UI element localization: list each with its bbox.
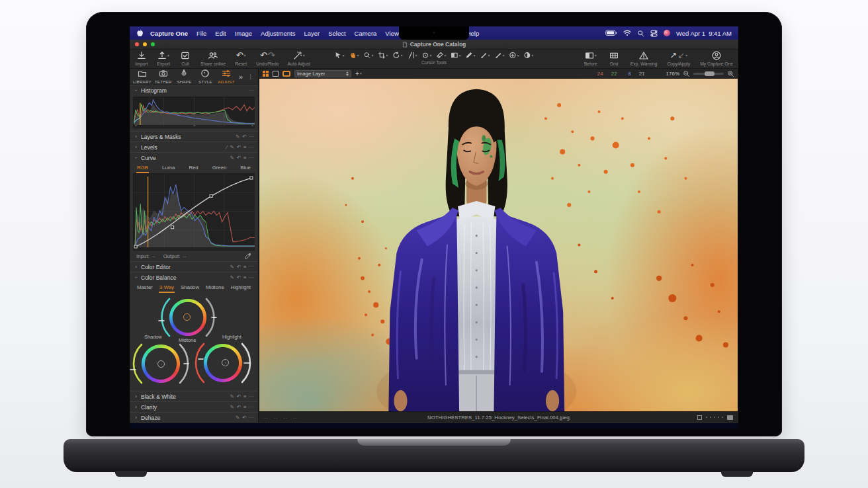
curve-editor-chart[interactable]: [133, 173, 255, 251]
curve-tab-rgb[interactable]: RGB: [136, 163, 149, 173]
zoom-slider[interactable]: [693, 73, 724, 75]
disclosure-icon[interactable]: ›: [134, 144, 138, 150]
disclosure-icon[interactable]: ›: [133, 275, 139, 280]
variant-dots-icon[interactable]: [706, 417, 723, 418]
disclosure-icon[interactable]: ›: [133, 155, 139, 160]
highlight-wheel-handle[interactable]: [222, 359, 229, 366]
curve-tab-red[interactable]: Red: [188, 163, 198, 173]
proof-view-icon[interactable]: [282, 71, 290, 77]
picker-icon[interactable]: ∕: [226, 145, 227, 150]
menu-item-select[interactable]: Select: [328, 30, 345, 37]
cb-tab-master[interactable]: Master: [136, 283, 153, 293]
gradient-mask-tool[interactable]: ▾: [451, 52, 461, 59]
panel-color-balance-header[interactable]: › Color Balance ✎ ↶ ≡ ···: [130, 272, 258, 282]
control-center-icon[interactable]: [650, 30, 658, 37]
more-icon[interactable]: ···: [249, 394, 255, 399]
battery-icon[interactable]: [605, 30, 617, 36]
auto-adjust-button[interactable]: ▾ Auto Adjust: [288, 51, 310, 66]
eyedropper-icon[interactable]: [245, 253, 251, 259]
tab-shape[interactable]: SHAPE: [175, 69, 195, 84]
presets-icon[interactable]: ≡: [243, 275, 246, 280]
rotate-tool[interactable]: ▾: [392, 52, 402, 59]
reset-icon[interactable]: ↶: [237, 145, 241, 150]
white-balance-picker-tool[interactable]: ▾: [524, 52, 534, 59]
loupe-tool[interactable]: ▾: [363, 52, 373, 59]
apple-menu-icon[interactable]: [136, 29, 144, 38]
cb-tab-midtone[interactable]: Midtone: [205, 283, 225, 293]
more-icon[interactable]: ···: [249, 145, 255, 150]
minimize-button[interactable]: [143, 42, 147, 46]
copy-adjustments-icon[interactable]: ✎: [230, 275, 234, 280]
disclosure-icon[interactable]: ›: [133, 88, 139, 93]
panel-color-editor-header[interactable]: › Color Editor ✎ ↶ ≡ ···: [130, 261, 258, 272]
undo-redo-button[interactable]: ↶↷ Undo/Redo: [256, 51, 279, 66]
menu-item-layer[interactable]: Layer: [304, 30, 320, 37]
reset-icon[interactable]: ↶: [237, 394, 241, 399]
select-tool[interactable]: ▾: [334, 52, 344, 59]
cull-button[interactable]: Cull: [179, 51, 192, 66]
frame-toggle-icon[interactable]: [697, 415, 702, 420]
presets-icon[interactable]: ≡: [243, 405, 246, 410]
tab-adjust[interactable]: ADJUST: [216, 69, 236, 84]
exposure-warning-button[interactable]: Exp. Warning: [630, 51, 658, 66]
reset-icon[interactable]: ↶: [242, 134, 246, 140]
disclosure-icon[interactable]: ›: [134, 264, 138, 270]
reset-icon[interactable]: ↶: [237, 275, 241, 280]
menu-clock[interactable]: Wed Apr 1 9:41 AM: [676, 30, 732, 37]
copy-apply-button[interactable]: ↗↙▾ Copy/Apply: [667, 51, 690, 66]
spot-removal-tool[interactable]: ▾: [421, 52, 431, 59]
reset-icon[interactable]: ↶: [237, 264, 241, 270]
search-icon[interactable]: [637, 30, 644, 37]
import-button[interactable]: Import: [135, 51, 148, 66]
copy-adjustments-icon[interactable]: ✎: [236, 415, 239, 421]
panel-histogram-header[interactable]: › Histogram ···: [130, 85, 258, 95]
presets-icon[interactable]: ≡: [243, 264, 246, 270]
copy-adjustments-icon[interactable]: ✎: [236, 134, 239, 140]
disclosure-icon[interactable]: ›: [134, 404, 138, 410]
panel-curve-header[interactable]: › Curve ✎ ↶ ≡ ···: [130, 152, 258, 163]
disclosure-icon[interactable]: ›: [134, 134, 138, 140]
curve-tab-blue[interactable]: Blue: [239, 163, 251, 173]
more-icon[interactable]: ···: [249, 405, 255, 410]
menu-item-file[interactable]: File: [196, 30, 206, 37]
grid-button[interactable]: Grid: [607, 51, 621, 66]
more-icon[interactable]: ···: [249, 134, 255, 140]
eraser-tool[interactable]: ▾: [437, 52, 447, 59]
layer-select[interactable]: Image Layer: [294, 70, 351, 77]
presets-icon[interactable]: ≡: [243, 145, 246, 150]
copy-adjustments-icon[interactable]: ✎: [230, 405, 234, 410]
menu-item-camera[interactable]: Camera: [355, 30, 377, 37]
cb-tab-shadow[interactable]: Shadow: [180, 283, 200, 293]
brush-tool[interactable]: ▾: [480, 52, 490, 59]
menu-item-app[interactable]: Capture One: [150, 30, 188, 37]
presets-icon[interactable]: ≡: [243, 394, 246, 399]
tab-style[interactable]: STYLE: [195, 69, 215, 84]
cb-tab-highlight[interactable]: Highlight: [230, 283, 251, 293]
more-icon[interactable]: ···: [249, 155, 255, 161]
zoom-in-icon[interactable]: [727, 70, 734, 77]
copy-adjustments-icon[interactable]: ✎: [230, 145, 234, 150]
copy-adjustments-icon[interactable]: ✎: [230, 394, 234, 399]
disclosure-icon[interactable]: ›: [134, 415, 138, 421]
curve-tab-luma[interactable]: Luma: [161, 163, 176, 173]
copy-adjustments-icon[interactable]: ✎: [230, 264, 234, 270]
more-icon[interactable]: ···: [249, 88, 255, 93]
panel-black-white-header[interactable]: › Black & White ✎ ↶ ≡ ···: [130, 391, 258, 401]
straighten-tool[interactable]: ▾: [407, 52, 417, 59]
pan-tool[interactable]: ▾: [349, 52, 359, 59]
photo-canvas[interactable]: [259, 79, 738, 411]
menu-extra-app-icon[interactable]: [664, 30, 670, 36]
single-view-icon[interactable]: [273, 71, 279, 77]
reset-icon[interactable]: ↶: [242, 415, 246, 421]
panel-clarity-header[interactable]: › Clarity ✎ ↶ ≡ ···: [130, 401, 258, 412]
filmstrip-toggle-icon[interactable]: [727, 415, 733, 420]
menu-item-adjustments[interactable]: Adjustments: [261, 30, 295, 37]
zoom-level[interactable]: 176%: [666, 71, 679, 77]
multi-view-icon[interactable]: [263, 71, 269, 77]
before-button[interactable]: ▾ Before: [584, 51, 597, 66]
close-button[interactable]: [135, 42, 139, 46]
share-online-button[interactable]: Share online: [200, 51, 226, 66]
disclosure-icon[interactable]: ›: [134, 393, 138, 399]
erase-mask-tool[interactable]: ▾: [495, 52, 505, 59]
more-icon[interactable]: ···: [249, 264, 255, 270]
